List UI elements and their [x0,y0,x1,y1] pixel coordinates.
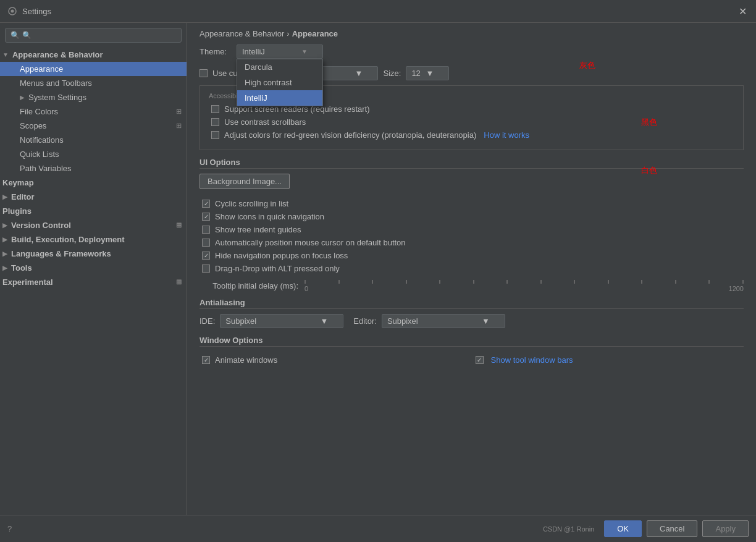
sidebar-item-experimental[interactable]: Experimental ⊞ [0,275,187,289]
sidebar: 🔍 ▼ Appearance & Behavior Appearance Men… [0,23,187,515]
sidebar-item-appearance[interactable]: Appearance [0,62,187,76]
tick [473,280,474,284]
slider-range: 0 1200 [304,285,744,292]
tick [708,280,710,284]
vc-icon: ⊞ [176,221,182,229]
how-it-works-link[interactable]: How it works [484,130,529,140]
tooltip-slider[interactable]: 0 1200 [304,281,744,290]
show-tree-indent-row: Show tree indent guides [200,225,744,234]
tick [608,280,609,284]
tick [439,280,440,284]
sidebar-item-version-control[interactable]: ▶ Version Control ⊞ [0,218,187,232]
sidebar-item-tools[interactable]: ▶ Tools [0,261,187,275]
adjust-colors-row: Adjust colors for red-green vision defic… [209,130,734,140]
theme-option-darcula[interactable]: Darcula [237,59,322,75]
contrast-scrollbars-label: Use contrast scrollbars [224,117,306,127]
sidebar-item-keymap[interactable]: Keymap [0,176,187,190]
csdn-label: CSDN @1 Ronin [543,525,594,533]
ok-button[interactable]: OK [604,520,642,537]
tooltip-delay-row: Tooltip initial delay (ms): [200,281,744,290]
tick [506,280,508,284]
show-icons-nav-checkbox[interactable] [202,213,210,221]
sidebar-item-plugins[interactable]: Plugins [0,204,187,218]
theme-row: Theme: IntelliJ ▼ Darcula High contrast … [200,44,744,59]
theme-dropdown-menu: Darcula High contrast IntelliJ [237,59,323,106]
editor-antialiasing-dropdown[interactable]: Subpixel ▼ [382,314,505,328]
slider-max: 1200 [729,285,744,292]
theme-dropdown-container: IntelliJ ▼ Darcula High contrast Intelli… [237,44,323,59]
expand-icon-tools: ▶ [2,265,7,271]
tick [675,280,676,284]
show-tool-window-bars-checkbox[interactable] [476,356,484,364]
adjust-colors-checkbox[interactable] [211,131,219,139]
cyclic-scrolling-checkbox[interactable] [202,200,210,208]
breadcrumb-current: Appearance [292,29,338,38]
tick [406,280,407,284]
ide-antialiasing-value: Subpixel [225,316,256,326]
expand-icon-system: ▶ [20,94,25,101]
animate-windows-checkbox[interactable] [202,356,210,364]
tick [304,280,306,284]
ide-antialiasing-dropdown[interactable]: Subpixel ▼ [220,314,343,328]
breadcrumb-parent: Appearance & Behavior [200,29,284,38]
chevron-down-icon: ▼ [301,48,308,55]
title-text: Settings [22,7,51,16]
hide-nav-popups-checkbox[interactable] [202,252,210,260]
expand-icon: ▼ [2,51,9,58]
main-section: Theme: IntelliJ ▼ Darcula High contrast … [187,44,756,381]
use-custom-font-label: Use cu [212,69,237,78]
slider-min: 0 [304,285,308,292]
cyclic-scrolling-row: Cyclic scrolling in list [200,199,744,208]
expand-icon-build: ▶ [2,236,7,243]
search-box[interactable]: 🔍 [5,28,182,43]
drag-n-drop-checkbox[interactable] [202,265,210,273]
show-tree-indent-checkbox[interactable] [202,226,210,234]
bottom-bar: ? CSDN @1 Ronin OK Cancel Apply [0,515,756,542]
theme-option-high-contrast[interactable]: High contrast [237,75,322,90]
sidebar-item-build[interactable]: ▶ Build, Execution, Deployment [0,232,187,247]
show-tool-window-bars-label[interactable]: Show tool window bars [491,355,573,365]
theme-label: Theme: [200,47,230,56]
settings-icon [7,6,17,16]
sidebar-item-notifications[interactable]: Notifications [0,133,187,147]
sidebar-item-scopes[interactable]: Scopes ⊞ [0,119,187,133]
drag-n-drop-row: Drag-n-Drop with ALT pressed only [200,264,744,273]
content-panel: Appearance & Behavior › Appearance Theme… [187,23,756,515]
help-icon[interactable]: ? [7,524,12,533]
chevron-down-icon-font: ▼ [355,69,363,78]
experimental-icon: ⊞ [176,278,182,286]
font-size-dropdown[interactable]: 12 ▼ [406,66,449,80]
hide-nav-popups-label: Hide navigation popups on focus loss [215,251,348,260]
sidebar-item-editor[interactable]: ▶ Editor [0,190,187,204]
sidebar-item-file-colors[interactable]: File Colors ⊞ [0,104,187,119]
show-tree-indent-label: Show tree indent guides [215,225,301,234]
size-label: Size: [383,69,401,78]
tick [372,280,373,284]
sidebar-item-menus-toolbars[interactable]: Menus and Toolbars [0,76,187,90]
animate-windows-label: Animate windows [215,355,277,365]
sidebar-item-languages[interactable]: ▶ Languages & Frameworks [0,247,187,261]
expand-icon-vc: ▶ [2,222,7,229]
close-button[interactable]: ✕ [736,5,749,17]
expand-icon-editor: ▶ [2,193,7,200]
support-screen-readers-checkbox[interactable] [211,105,219,113]
settings-dialog: Settings ✕ 🔍 ▼ Appearance & Behavior App… [0,0,756,542]
sidebar-item-path-variables[interactable]: Path Variables [0,161,187,176]
use-custom-font-checkbox[interactable] [200,69,208,77]
sidebar-item-appearance-behavior[interactable]: ▼ Appearance & Behavior [0,48,187,62]
apply-button[interactable]: Apply [702,520,749,537]
auto-position-mouse-checkbox[interactable] [202,239,210,247]
theme-dropdown[interactable]: IntelliJ ▼ [237,44,323,59]
antialiasing-title: Antialiasing [200,298,744,309]
search-input[interactable] [22,31,176,40]
contrast-scrollbars-checkbox[interactable] [211,118,219,126]
drag-n-drop-label: Drag-n-Drop with ALT pressed only [215,264,340,273]
show-icons-nav-row: Show icons in quick navigation [200,212,744,221]
sidebar-item-system-settings[interactable]: ▶ System Settings [0,90,187,104]
svg-point-1 [11,10,14,13]
slider-thumb-indicator [742,280,744,284]
theme-option-intellij[interactable]: IntelliJ [237,90,322,106]
sidebar-item-quick-lists[interactable]: Quick Lists [0,147,187,161]
background-image-button[interactable]: Background Image... [200,174,290,189]
cancel-button[interactable]: Cancel [647,520,697,537]
